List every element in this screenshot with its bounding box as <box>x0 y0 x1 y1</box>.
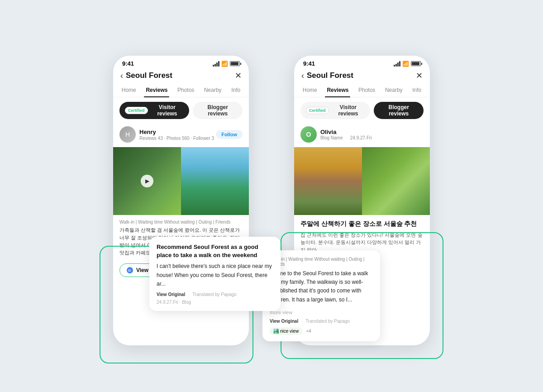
reviewer-name-left: Henry <box>139 129 214 135</box>
tooltip-footer-right: View Original · Translated by Papago <box>157 292 273 297</box>
tab-home-right[interactable]: Home <box>301 84 319 97</box>
tooltip-reactions-left: 🏞️ nice view +4 <box>270 327 373 335</box>
tab-reviews-left[interactable]: Reviews <box>144 84 169 97</box>
blogger-reviews-btn-left[interactable]: Blogger reviews <box>193 102 243 119</box>
photo-right-1 <box>294 147 362 215</box>
app-title-right: Seoul Forest <box>307 71 353 80</box>
tab-nearby-left[interactable]: Nearby <box>202 84 224 97</box>
tab-info-left[interactable]: Info <box>229 84 242 97</box>
tab-reviews-right[interactable]: Reviews <box>325 84 350 97</box>
status-bar-left: 9:41 📶 <box>113 56 249 69</box>
status-bar-right: 9:41 📶 <box>294 56 430 69</box>
photos-row-right <box>294 147 430 215</box>
blogger-reviewer-row: O Olivia Blog Name · 24.9.27.Fri <box>294 124 430 145</box>
tooltip-date-right: 24.9.27.Fri · Blog <box>157 300 273 305</box>
reviewer-row-left: H Henry Reviews 43 · Photos 560 · Follow… <box>113 124 249 145</box>
app-header-left: ‹ Seoul Forest ✕ <box>113 69 249 84</box>
photo-right-2 <box>362 147 430 215</box>
svg-text:G: G <box>128 268 131 272</box>
tags-row-left: Walk-in | Waiting time Without waiting |… <box>113 217 249 225</box>
nav-tabs-left: Home Reviews Photos Nearby Info <box>113 84 249 97</box>
nav-tabs-right: Home Reviews Photos Nearby Info <box>294 84 430 97</box>
google-translate-icon-left: G <box>126 267 133 274</box>
plus-count-left: +4 <box>306 329 311 334</box>
korean-title: 주말에 산책하기 좋은 장소로 서울숲 추천 <box>294 217 430 230</box>
tab-photos-left[interactable]: Photos <box>176 84 196 97</box>
tab-nearby-right[interactable]: Nearby <box>383 84 405 97</box>
review-type-row-left: Certified Visitor reviews Blogger review… <box>113 102 249 124</box>
signal-icon-right <box>394 61 400 67</box>
close-btn-right[interactable]: ✕ <box>416 71 423 81</box>
tooltip-text-left: I came to the Seoul Forest to take a wal… <box>270 269 373 304</box>
app-header-right: ‹ Seoul Forest ✕ <box>294 69 430 84</box>
photo-left-1: ▶ <box>113 147 181 215</box>
visitor-reviews-btn-left[interactable]: Certified Visitor reviews <box>119 102 189 119</box>
reviewer-meta-left: Reviews 43 · Photos 560 · Follower 3 <box>139 136 214 141</box>
visitor-label-left: Visitor reviews <box>151 104 184 117</box>
translated-by-right: Translated by Papago <box>192 292 236 297</box>
view-original-left[interactable]: View Original <box>270 319 298 324</box>
status-icons-right: 📶 <box>394 61 421 67</box>
status-icons-left: 📶 <box>213 61 240 67</box>
blogger-avatar: O <box>300 126 317 143</box>
reaction-badge-left: 🏞️ nice view <box>270 327 302 335</box>
status-time-left: 9:41 <box>122 60 134 67</box>
translated-by-left: Translated by Papago <box>305 319 349 324</box>
translation-tooltip-right: Recommend Seoul Forest as a good place t… <box>149 237 281 311</box>
tab-home-left[interactable]: Home <box>120 84 138 97</box>
blogger-name: Olivia <box>320 129 372 135</box>
view-original-right[interactable]: View Original <box>157 292 185 297</box>
review-type-row-right: Certified Visitor reviews Blogger review… <box>294 102 430 124</box>
wifi-icon: 📶 <box>221 61 228 67</box>
blogger-meta: Blog Name · 24.9.27.Fri <box>320 135 372 140</box>
close-btn-left[interactable]: ✕ <box>235 71 242 81</box>
back-arrow-left[interactable]: ‹ <box>120 71 123 81</box>
photo-left-2 <box>181 147 249 215</box>
battery-icon-right <box>411 61 421 66</box>
visitor-reviews-btn-right[interactable]: Certified Visitor reviews <box>300 102 370 119</box>
photos-row-left: ▶ <box>113 147 249 215</box>
reaction-label-left: nice view <box>280 329 299 334</box>
certified-badge-right: Certified <box>306 107 329 114</box>
tooltip-footer-left: View Original · Translated by Papago <box>270 319 373 324</box>
tooltip-tags-left: Walk-in | Waiting time Without waiting |… <box>270 257 373 267</box>
blogger-reviews-btn-right[interactable]: Blogger reviews <box>374 102 424 119</box>
back-arrow-right[interactable]: ‹ <box>301 71 304 81</box>
avatar-left: H <box>119 126 136 143</box>
play-btn[interactable]: ▶ <box>141 175 153 187</box>
tab-info-right[interactable]: Info <box>410 84 423 97</box>
tab-photos-right[interactable]: Photos <box>357 84 377 97</box>
tooltip-text-right: I can't believe there's such a nice plac… <box>157 262 273 288</box>
tooltip-title-right: Recommend Seoul Forest as a good place t… <box>157 243 273 259</box>
status-time-right: 9:41 <box>303 60 315 67</box>
follow-btn-left[interactable]: Follow <box>216 130 243 139</box>
signal-icon <box>213 61 219 67</box>
certified-badge-left: Certified <box>125 107 148 114</box>
wifi-icon-right: 📶 <box>402 61 409 67</box>
battery-icon <box>230 61 240 66</box>
app-title-left: Seoul Forest <box>126 71 172 80</box>
